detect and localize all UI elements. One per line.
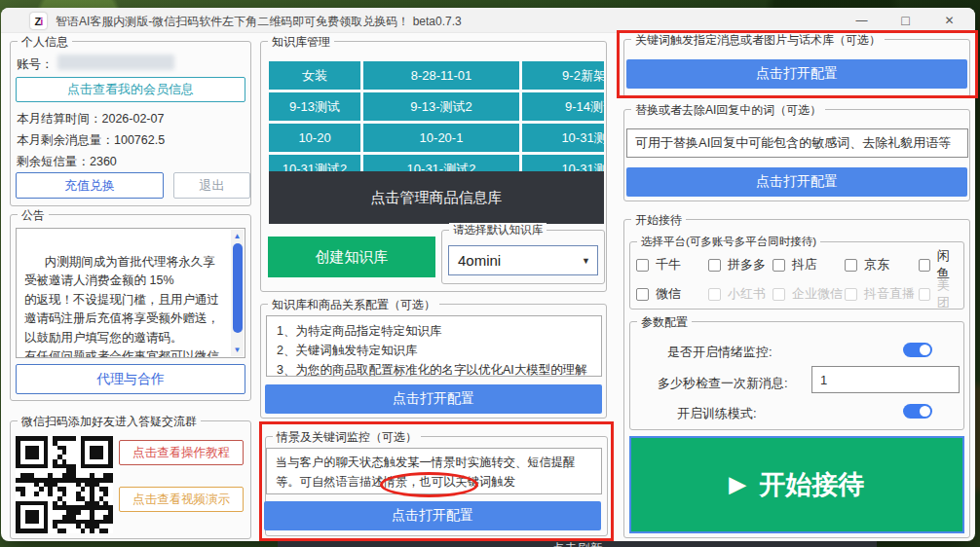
- checkbox-icon[interactable]: [708, 259, 721, 272]
- checkbox-icon[interactable]: [845, 259, 857, 272]
- default-kb-title: 请选择默认知识库: [449, 223, 547, 237]
- default-kb-value: 4omini: [458, 252, 501, 269]
- start-reception-button[interactable]: ▶ 开始接待: [629, 436, 964, 533]
- platform-label: 微信: [656, 285, 681, 303]
- check-interval-label: 多少秒检查一次新消息:: [658, 375, 788, 392]
- checkbox-icon: [919, 288, 930, 301]
- kb-item-button[interactable]: 10-20: [269, 124, 360, 152]
- kb-item-button[interactable]: 女装: [269, 61, 360, 90]
- keyword-open-config-button[interactable]: 点击打开配置: [626, 59, 967, 89]
- agent-cooperation-button[interactable]: 代理与合作: [16, 364, 245, 394]
- app-window: Zi 智语AI客服内测版-微信扫码软件左下角二维码即可免费领取兑换码！ beta…: [1, 8, 975, 541]
- manage-products-button[interactable]: 点击管理商品信息库: [269, 171, 604, 224]
- training-mode-label: 开启训练模式:: [677, 405, 757, 422]
- relation-config-title: 知识库和商品关系配置（可选）: [268, 297, 439, 313]
- sms-remaining: 2360: [90, 155, 117, 168]
- messages-row: 本月剩余消息量：100762.5: [17, 132, 165, 149]
- checkbox-icon[interactable]: [919, 259, 930, 272]
- minimize-icon: —: [856, 14, 868, 27]
- kb-item-button[interactable]: 10-31-测试2: [363, 155, 519, 172]
- scroll-down-icon[interactable]: ▼: [231, 344, 244, 356]
- minimize-button[interactable]: —: [840, 8, 884, 33]
- emotion-monitor-toggle[interactable]: [903, 343, 932, 357]
- knowledge-base-grid: 女装8-28-11-019-2新架构9-13测试9-13-测试29-14测试10…: [269, 61, 604, 172]
- kb-item-button[interactable]: 9-14测试: [522, 92, 604, 121]
- relation-config-text: 1、为特定商品指定特定知识库 2、关键词触发特定知识库 3、为您的商品取配置标准…: [266, 315, 602, 377]
- kb-item-button[interactable]: 9-2新架构: [522, 61, 604, 90]
- platform-checkbox-抖店[interactable]: 抖店: [773, 256, 845, 274]
- announcement-title: 公告: [18, 207, 49, 224]
- check-interval-input[interactable]: 1: [811, 366, 960, 393]
- check-interval-value: 1: [820, 373, 827, 387]
- platform-label: 美团: [937, 276, 960, 311]
- announcement-text: 内测期间成为首批代理将永久享受被邀请人消费金额的 15% 的返现！不设提现门槛，…: [24, 255, 219, 359]
- checkbox-icon[interactable]: [636, 259, 649, 272]
- keyword-trigger-title: 关键词触发指定消息或者图片与话术库（可选）: [631, 32, 885, 49]
- emotion-monitor-label: 是否开启情绪监控:: [667, 344, 773, 361]
- maximize-icon: □: [901, 13, 909, 28]
- announcement-textbox[interactable]: 内测期间成为首批代理将永久享受被邀请人消费金额的 15% 的返现！不设提现门槛，…: [16, 228, 245, 358]
- kb-item-button[interactable]: 8-28-11-01: [363, 61, 519, 90]
- wechat-qr-code: [16, 436, 113, 533]
- refresh-bar-clipped[interactable]: 点击刷新: [278, 541, 877, 547]
- platform-checkbox-抖音直播: 抖音直播: [845, 285, 919, 303]
- video-demo-button[interactable]: 点击查看视频演示: [119, 487, 244, 512]
- play-icon: ▶: [730, 472, 746, 497]
- replace-words-title: 替换或者去除AI回复中的词（可选）: [631, 102, 825, 119]
- platform-row-2: 微信小红书企业微信抖音直播美团: [636, 284, 960, 304]
- platform-label: 抖店: [792, 256, 817, 274]
- platform-select-title: 选择平台(可多账号多平台同时接待): [637, 235, 820, 249]
- platform-checkbox-拼多多[interactable]: 拼多多: [708, 256, 773, 274]
- create-kb-button[interactable]: 创建知识库: [268, 237, 435, 277]
- tutorial-button[interactable]: 点击查看操作教程: [119, 440, 244, 465]
- checkbox-icon[interactable]: [636, 288, 649, 301]
- scene-monitor-text: 当与客户的聊天状态触发某一情景时实施转交、短信提醒等。可自然语言描述情景，也可以…: [266, 448, 602, 494]
- platform-row-1: 千牛拼多多抖店京东闲鱼: [636, 255, 960, 274]
- platform-label: 拼多多: [728, 256, 766, 274]
- platform-label: 京东: [864, 256, 889, 274]
- platform-label: 小红书: [728, 285, 766, 303]
- platform-checkbox-千牛[interactable]: 千牛: [636, 256, 708, 274]
- maximize-button[interactable]: □: [884, 8, 927, 33]
- scrollbar-thumb[interactable]: [233, 243, 243, 333]
- logout-button[interactable]: 退出: [173, 172, 250, 199]
- account-value-blurred: [57, 55, 174, 70]
- close-icon: ✕: [944, 14, 954, 27]
- platform-checkbox-京东[interactable]: 京东: [845, 256, 919, 274]
- platform-label: 企业微信: [792, 285, 843, 303]
- title-bar[interactable]: Zi 智语AI客服内测版-微信扫码软件左下角二维码即可免费领取兑换码！ beta…: [1, 8, 975, 33]
- checkbox-icon[interactable]: [773, 259, 785, 272]
- platform-checkbox-企业微信: 企业微信: [773, 285, 845, 303]
- scene-monitor-title: 情景及关键词监控（可选）: [273, 429, 421, 446]
- platform-checkbox-微信[interactable]: 微信: [636, 285, 708, 303]
- relation-open-config-button[interactable]: 点击打开配置: [265, 384, 602, 414]
- kb-item-button[interactable]: 10-20-1: [363, 124, 519, 152]
- platform-checkbox-小红书: 小红书: [708, 285, 773, 303]
- close-button[interactable]: ✕: [927, 8, 971, 33]
- replace-open-config-button[interactable]: 点击打开配置: [626, 167, 967, 197]
- knowledge-base-title: 知识库管理: [268, 34, 334, 51]
- chevron-down-icon: ▼: [582, 256, 590, 266]
- toggle-knob: [920, 406, 930, 417]
- window-title: 智语AI客服内测版-微信扫码软件左下角二维码即可免费领取兑换码！ beta0.7…: [56, 14, 462, 30]
- kb-item-button[interactable]: 10-31测试: [522, 155, 604, 172]
- announcement-scrollbar[interactable]: ▲ ▼: [231, 230, 244, 356]
- replace-words-hint-box[interactable]: 可用于替换AI回复中可能包含的敏感词、去除礼貌用语等: [626, 128, 968, 158]
- kb-item-button[interactable]: 10-31测试2: [269, 155, 360, 172]
- scene-open-config-button[interactable]: 点击打开配置: [264, 501, 601, 530]
- kb-item-button[interactable]: 9-13测试: [269, 92, 360, 121]
- training-mode-toggle[interactable]: [903, 404, 932, 419]
- desktop: Zi 智语AI客服内测版-微信扫码软件左下角二维码即可免费领取兑换码！ beta…: [0, 0, 980, 547]
- kb-item-button[interactable]: 9-13-测试2: [363, 92, 519, 121]
- member-info-button[interactable]: 点击查看我的会员信息: [16, 77, 245, 102]
- default-kb-dropdown[interactable]: 4omini ▼: [448, 245, 598, 275]
- checkbox-icon: [708, 288, 721, 301]
- settlement-date: 2026-02-07: [102, 112, 165, 126]
- recharge-button[interactable]: 充值兑换: [16, 172, 164, 199]
- scroll-up-icon[interactable]: ▲: [231, 230, 244, 242]
- personal-info-title: 个人信息: [18, 34, 72, 51]
- app-logo-icon: Zi: [30, 13, 47, 29]
- kb-item-button[interactable]: 10-31测试: [522, 124, 604, 152]
- toggle-knob: [920, 345, 930, 355]
- platform-label: 抖音直播: [864, 285, 915, 303]
